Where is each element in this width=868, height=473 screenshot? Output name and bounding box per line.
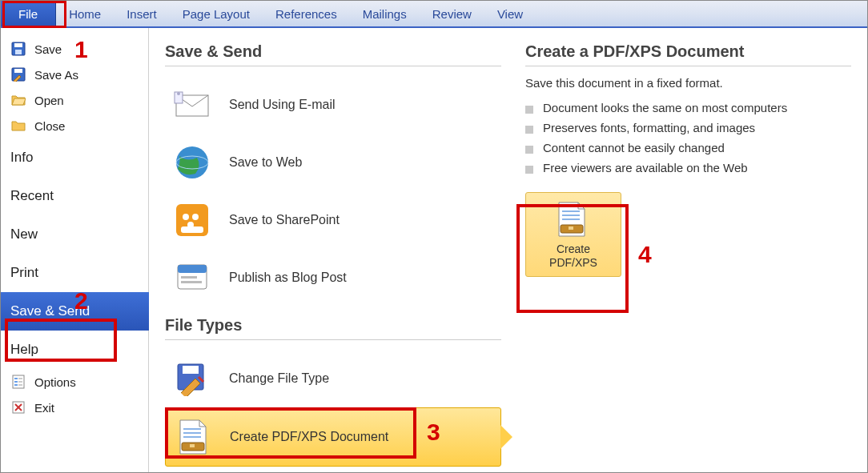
bullet-icon <box>525 166 533 174</box>
svg-rect-38 <box>569 226 573 230</box>
nav-close[interactable]: Close <box>1 113 148 138</box>
options-icon <box>10 374 26 390</box>
ribbon-tab-view[interactable]: View <box>484 1 536 26</box>
svg-rect-28 <box>183 366 199 374</box>
nav-exit-label: Exit <box>34 401 54 415</box>
nav-open[interactable]: Open <box>1 87 148 113</box>
nav-recent[interactable]: Recent <box>1 177 148 215</box>
nav-info[interactable]: Info <box>1 138 148 177</box>
nav-options[interactable]: Options <box>1 369 148 395</box>
option-change-file-type[interactable]: Change File Type <box>165 350 501 407</box>
nav-close-label: Close <box>34 119 65 133</box>
svg-rect-25 <box>181 276 197 279</box>
svg-rect-9 <box>18 378 22 379</box>
bullet-text: Document looks the same on most computer… <box>543 101 787 114</box>
create-pdf-button-line1: Create <box>529 243 617 256</box>
nav-new-label: New <box>10 226 38 243</box>
option-publish-blog[interactable]: Publish as Blog Post <box>165 249 501 307</box>
create-pdf-panel: Create a PDF/XPS Document Save this docu… <box>525 42 851 472</box>
svg-rect-36 <box>562 218 580 220</box>
svg-rect-29 <box>183 428 201 430</box>
ribbon-tab-references[interactable]: References <box>263 1 350 26</box>
ribbon-tab-page-layout[interactable]: Page Layout <box>170 1 263 26</box>
svg-rect-30 <box>183 432 201 434</box>
create-pdf-bullets: Document looks the same on most computer… <box>525 98 851 178</box>
nav-save-label: Save <box>34 42 62 56</box>
nav-save-as[interactable]: Save As <box>1 62 148 87</box>
ribbon-tab-home[interactable]: Home <box>56 1 114 26</box>
nav-recent-label: Recent <box>10 188 54 204</box>
globe-icon <box>173 143 211 182</box>
bullet-text: Free viewers are available on the Web <box>543 161 748 174</box>
section-file-types-title: File Types <box>165 316 501 335</box>
nav-save-send-label: Save & Send <box>10 303 90 319</box>
pdf-document-icon <box>174 418 212 456</box>
bullet-icon <box>525 146 533 154</box>
svg-rect-8 <box>14 384 18 386</box>
bullet-text: Preserves fonts, formatting, and images <box>543 121 755 134</box>
option-save-sharepoint[interactable]: Save to SharePoint <box>165 191 501 249</box>
nav-new[interactable]: New <box>1 215 148 254</box>
divider <box>525 66 851 66</box>
nav-help[interactable]: Help <box>1 331 148 369</box>
section-save-send-title: Save & Send <box>165 42 501 61</box>
blog-icon <box>173 259 211 297</box>
svg-rect-7 <box>14 381 18 383</box>
option-send-email[interactable]: Send Using E-mail <box>165 76 501 134</box>
folder-open-icon <box>10 92 26 108</box>
change-file-type-icon <box>173 359 211 398</box>
svg-rect-34 <box>562 210 580 212</box>
ribbon-tab-review[interactable]: Review <box>420 1 484 26</box>
svg-rect-24 <box>178 265 207 273</box>
svg-rect-26 <box>181 281 202 283</box>
save-icon <box>10 41 26 57</box>
option-create-pdf-xps-label: Create PDF/XPS Document <box>230 430 388 444</box>
nav-help-label: Help <box>10 342 38 358</box>
option-save-web[interactable]: Save to Web <box>165 134 501 191</box>
save-send-column: Save & Send Send Using E-mail Save to We… <box>165 42 501 472</box>
nav-open-label: Open <box>34 94 64 107</box>
create-pdf-xps-button[interactable]: Create PDF/XPS <box>525 192 621 277</box>
svg-rect-33 <box>190 444 195 447</box>
nav-print[interactable]: Print <box>1 254 148 292</box>
ribbon-tab-mailings[interactable]: Mailings <box>350 1 420 26</box>
pdf-document-icon <box>556 201 591 239</box>
create-pdf-title: Create a PDF/XPS Document <box>525 42 851 61</box>
backstage-content: Save & Send Send Using E-mail Save to We… <box>149 28 867 472</box>
svg-rect-11 <box>18 384 22 386</box>
option-save-sharepoint-label: Save to SharePoint <box>229 213 340 227</box>
save-as-icon <box>10 66 26 82</box>
divider <box>165 66 501 66</box>
option-create-pdf-xps[interactable]: Create PDF/XPS Document <box>165 407 501 467</box>
envelope-icon <box>173 86 211 124</box>
ribbon-tab-file[interactable]: File <box>1 1 56 26</box>
backstage-nav: Save Save As Open Close Info Recent <box>1 28 149 472</box>
svg-rect-2 <box>15 50 22 54</box>
nav-print-label: Print <box>10 265 38 281</box>
folder-close-icon <box>10 118 26 134</box>
create-pdf-desc: Save this document in a fixed format. <box>525 76 851 90</box>
bullet-icon <box>525 106 533 114</box>
nav-save-as-label: Save As <box>34 68 78 82</box>
ribbon-tab-insert[interactable]: Insert <box>114 1 170 26</box>
svg-rect-6 <box>14 378 18 379</box>
option-save-web-label: Save to Web <box>229 155 302 170</box>
nav-options-label: Options <box>34 375 76 389</box>
svg-rect-10 <box>18 381 22 383</box>
option-publish-blog-label: Publish as Blog Post <box>229 271 347 285</box>
svg-point-15 <box>177 92 180 95</box>
bullet-text: Content cannot be easily changed <box>543 141 725 154</box>
svg-rect-22 <box>181 226 203 233</box>
svg-point-20 <box>192 214 199 220</box>
bullet-icon <box>525 126 533 134</box>
nav-save[interactable]: Save <box>1 36 148 62</box>
nav-exit[interactable]: Exit <box>1 395 148 420</box>
nav-info-label: Info <box>10 150 33 166</box>
option-change-file-type-label: Change File Type <box>229 371 329 386</box>
exit-icon <box>10 399 26 415</box>
create-pdf-button-line2: PDF/XPS <box>529 256 617 270</box>
nav-save-send[interactable]: Save & Send <box>1 292 149 331</box>
svg-rect-1 <box>14 43 22 47</box>
divider <box>165 339 501 340</box>
sharepoint-icon <box>173 201 211 239</box>
